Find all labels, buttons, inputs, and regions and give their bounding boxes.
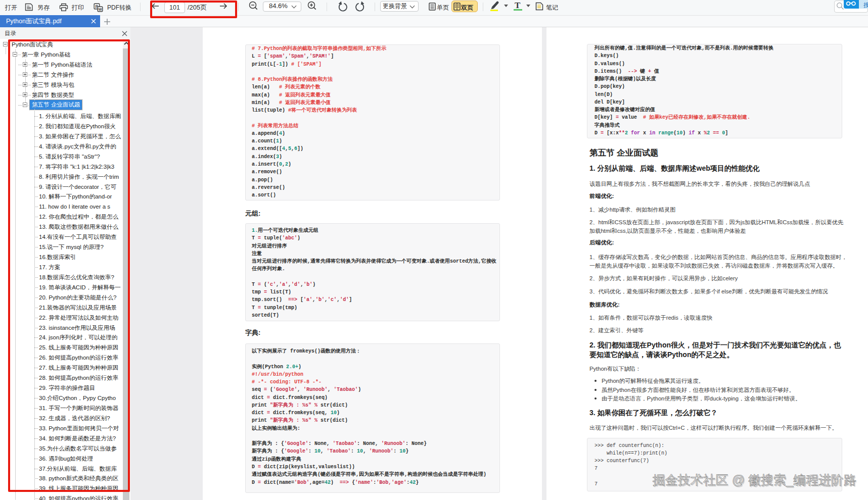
svg-text:W: W [98, 7, 102, 12]
